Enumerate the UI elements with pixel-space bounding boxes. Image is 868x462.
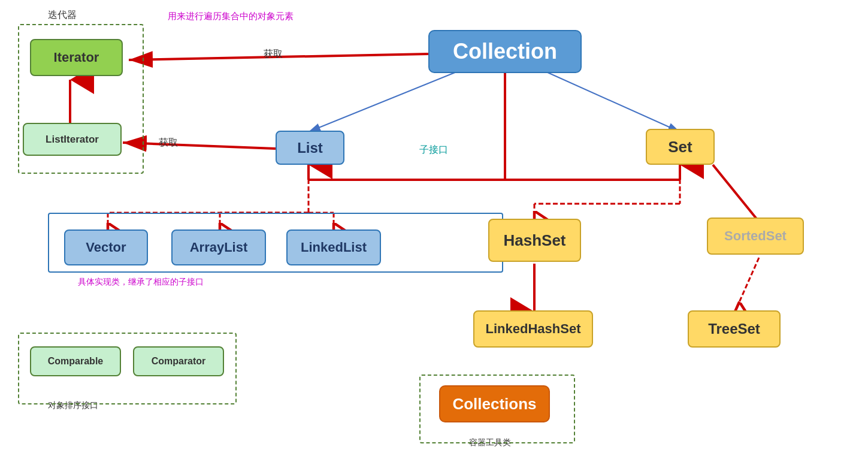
svg-line-26 [713, 165, 759, 222]
node-hash-set: HashSet [488, 219, 581, 262]
node-iterator: Iterator [30, 39, 123, 76]
node-linked-hash-set: LinkedHashSet [473, 310, 593, 348]
diagram: 迭代器 用来进行遍历集合中的对象元素 获取 获取 子接口 具体实现类，继承了相应… [0, 0, 868, 462]
node-list-iterator: ListIterator [23, 123, 122, 156]
node-vector: Vector [64, 230, 148, 265]
node-comparator: Comparator [133, 346, 224, 376]
node-list: List [276, 131, 344, 165]
node-tree-set: TreeSet [688, 310, 781, 348]
svg-line-28 [735, 258, 759, 312]
node-array-list: ArrayList [171, 230, 266, 265]
node-set: Set [646, 129, 715, 165]
node-comparable: Comparable [30, 346, 121, 376]
label-get1: 获取 [264, 48, 283, 61]
label-sub-interface: 子接口 [419, 144, 448, 156]
node-collections: Collections [439, 385, 550, 422]
node-sorted-set: SortedSet [707, 218, 804, 255]
svg-line-10 [546, 72, 680, 132]
svg-line-7 [123, 143, 276, 149]
label-impl-class: 具体实现类，继承了相应的子接口 [78, 277, 204, 288]
label-iterator-desc: 用来进行遍历集合中的对象元素 [168, 11, 294, 22]
label-iterator-cn: 迭代器 [48, 9, 77, 22]
label-get2: 获取 [159, 137, 178, 149]
node-collection: Collection [428, 30, 582, 73]
node-linked-list: LinkedList [286, 230, 381, 265]
svg-line-9 [309, 72, 456, 132]
